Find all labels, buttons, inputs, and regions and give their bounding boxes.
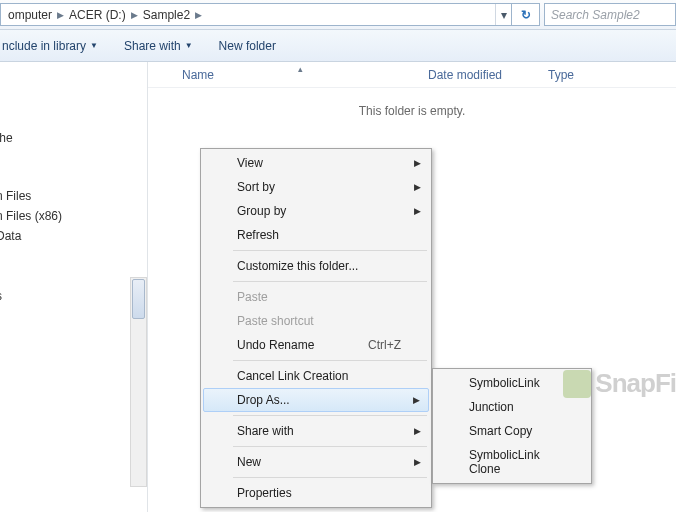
chevron-right-icon: ▶: [414, 182, 421, 192]
chevron-right-icon: ▶: [414, 206, 421, 216]
sidebar-item[interactable]: Data: [0, 226, 147, 246]
empty-folder-message: This folder is empty.: [148, 104, 676, 118]
menu-cancel-link-creation[interactable]: Cancel Link Creation: [203, 364, 429, 388]
breadcrumb-folder[interactable]: Sample2: [140, 8, 193, 22]
refresh-icon: ↻: [521, 8, 531, 22]
menu-separator: [233, 250, 427, 251]
menu-paste-shortcut: Paste shortcut: [203, 309, 429, 333]
search-input[interactable]: Search Sample2: [544, 3, 676, 26]
column-headers: Name ▴ Date modified Type: [148, 62, 676, 88]
menu-properties[interactable]: Properties: [203, 481, 429, 505]
breadcrumb-computer[interactable]: omputer: [5, 8, 55, 22]
chevron-right-icon[interactable]: ▶: [193, 10, 204, 20]
menu-undo-rename[interactable]: Undo RenameCtrl+Z: [203, 333, 429, 357]
menu-new[interactable]: New▶: [203, 450, 429, 474]
sidebar-item[interactable]: /: [0, 324, 147, 344]
chevron-right-icon[interactable]: ▶: [55, 10, 66, 20]
new-folder-button[interactable]: New folder: [219, 39, 276, 53]
submenu-smart-copy[interactable]: Smart Copy: [435, 419, 589, 443]
chevron-right-icon: ▶: [414, 426, 421, 436]
sidebar-item[interactable]: :: [0, 148, 147, 168]
menu-separator: [233, 281, 427, 282]
navigation-sidebar: / :he : n Files n Files (x86) Data s /: [0, 62, 148, 512]
menu-refresh[interactable]: Refresh: [203, 223, 429, 247]
chevron-right-icon: ▶: [413, 395, 420, 405]
menu-sort-by[interactable]: Sort by▶: [203, 175, 429, 199]
sidebar-scrollbar[interactable]: [130, 277, 147, 487]
context-menu: View▶ Sort by▶ Group by▶ Refresh Customi…: [200, 148, 432, 508]
chevron-right-icon[interactable]: ▶: [129, 10, 140, 20]
menu-view[interactable]: View▶: [203, 151, 429, 175]
sidebar-item[interactable]: s: [0, 286, 147, 306]
chevron-right-icon: ▶: [414, 158, 421, 168]
column-header-name[interactable]: Name: [148, 68, 420, 82]
drop-as-submenu: SymbolicLink Junction Smart Copy Symboli…: [432, 368, 592, 484]
sidebar-item[interactable]: n Files: [0, 186, 147, 206]
column-header-date[interactable]: Date modified: [420, 68, 540, 82]
chevron-down-icon: ▼: [90, 41, 98, 50]
menu-separator: [233, 360, 427, 361]
chevron-down-icon: ▼: [185, 41, 193, 50]
menu-separator: [233, 415, 427, 416]
submenu-symboliclink[interactable]: SymbolicLink: [435, 371, 589, 395]
menu-drop-as[interactable]: Drop As...▶: [203, 388, 429, 412]
include-in-library-button[interactable]: nclude in library▼: [2, 39, 98, 53]
sidebar-item[interactable]: n Files (x86): [0, 206, 147, 226]
shortcut-label: Ctrl+Z: [368, 338, 401, 352]
search-placeholder: Search Sample2: [551, 8, 640, 22]
scrollbar-thumb[interactable]: [132, 279, 145, 319]
breadcrumb[interactable]: omputer ▶ ACER (D:) ▶ Sample2 ▶ ▾: [0, 3, 512, 26]
menu-separator: [233, 446, 427, 447]
column-header-type[interactable]: Type: [540, 68, 582, 82]
menu-paste: Paste: [203, 285, 429, 309]
chevron-right-icon: ▶: [414, 457, 421, 467]
refresh-button[interactable]: ↻: [512, 3, 540, 26]
sidebar-item[interactable]: /: [0, 72, 147, 92]
address-bar: omputer ▶ ACER (D:) ▶ Sample2 ▶ ▾ ↻ Sear…: [0, 0, 676, 30]
menu-share-with[interactable]: Share with▶: [203, 419, 429, 443]
breadcrumb-drive[interactable]: ACER (D:): [66, 8, 129, 22]
submenu-symboliclink-clone[interactable]: SymbolicLink Clone: [435, 443, 589, 481]
menu-customize[interactable]: Customize this folder...: [203, 254, 429, 278]
menu-group-by[interactable]: Group by▶: [203, 199, 429, 223]
address-dropdown-icon[interactable]: ▾: [495, 4, 511, 25]
share-with-button[interactable]: Share with▼: [124, 39, 193, 53]
toolbar: nclude in library▼ Share with▼ New folde…: [0, 30, 676, 62]
submenu-junction[interactable]: Junction: [435, 395, 589, 419]
menu-separator: [233, 477, 427, 478]
sidebar-item[interactable]: :he: [0, 128, 147, 148]
sort-ascending-icon: ▴: [298, 64, 303, 74]
